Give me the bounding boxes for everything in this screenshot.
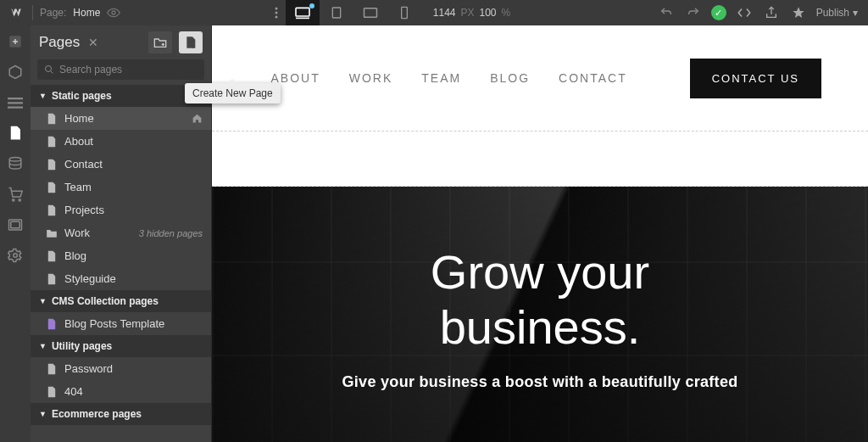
page-item-blog-posts-template[interactable]: Blog Posts Template [31,312,211,335]
cms-page-icon [46,318,58,330]
page-icon [46,250,58,262]
svg-point-12 [9,158,21,162]
page-label: Blog Posts Template [64,317,203,330]
code-icon[interactable] [735,3,754,22]
export-icon[interactable] [762,3,781,22]
svg-rect-11 [8,107,23,109]
status-ok-icon[interactable]: ✓ [711,5,726,20]
hero-section[interactable]: Grow your business. Give your business a… [212,187,868,442]
page-icon [46,273,58,285]
page-item-work-folder[interactable]: Work 3 hidden pages [31,221,211,244]
hero-heading-line1: Grow your [431,245,649,299]
nav-link-work[interactable]: WORK [349,71,393,85]
group-utility-pages[interactable]: ▼Utility pages [31,335,211,357]
hero-subtext[interactable]: Give your business a boost with a beauti… [342,373,738,391]
page-item-projects[interactable]: Projects [31,199,211,221]
undo-icon[interactable] [657,3,676,22]
device-mobile-button[interactable] [387,0,421,25]
hero-heading[interactable]: Grow your business. [431,245,649,355]
section-spacer[interactable] [212,131,868,187]
nav-link-contact[interactable]: CONTACT [559,71,627,85]
page-item-contact[interactable]: Contact [31,153,211,176]
top-bar: Page: Home 1144 PX 100 % ✓ [0,0,868,25]
page-icon [46,136,58,148]
pages-panel-icon[interactable] [6,124,25,143]
hidden-pages-meta: 3 hidden pages [139,228,203,238]
audit-icon[interactable] [789,3,808,22]
svg-rect-10 [8,102,23,104]
new-page-tooltip: Create New Page [185,83,281,104]
more-menu-icon[interactable] [267,3,286,22]
nav-link-blog[interactable]: BLOG [490,71,530,85]
close-panel-icon[interactable]: ✕ [88,36,98,49]
site-navbar: ABOUT WORK TEAM BLOG CONTACT CONTACT US [212,25,868,131]
group-label: CMS Collection pages [52,295,159,307]
svg-point-3 [275,16,277,19]
svg-rect-16 [11,221,20,228]
publish-button[interactable]: Publish▾ [816,7,858,19]
page-icon [46,159,58,171]
canvas-size-readout: 1144 PX 100 % [433,7,510,19]
svg-point-2 [275,12,277,14]
page-item-password[interactable]: Password [31,357,211,380]
assets-icon[interactable] [6,215,25,234]
svg-rect-5 [332,8,340,18]
page-icon [46,386,58,398]
search-pages-input[interactable]: Search pages [37,59,204,80]
page-item-styleguide[interactable]: Styleguide [31,267,211,290]
group-cms-pages[interactable]: ▼CMS Collection pages [31,290,211,312]
page-label: 404 [64,385,203,398]
redo-icon[interactable] [684,3,703,22]
device-tablet-landscape-button[interactable] [353,0,387,25]
svg-rect-6 [364,8,376,18]
nav-link-team[interactable]: TEAM [421,71,461,85]
panel-title: Pages [39,34,80,51]
page-label: Contact [64,158,203,171]
preview-eye-icon[interactable] [107,6,120,20]
page-label: About [64,135,203,148]
svg-rect-7 [401,7,407,18]
group-label: Ecommerce pages [52,408,142,420]
device-desktop-button[interactable] [286,0,320,25]
new-folder-button[interactable] [148,31,172,53]
device-tablet-button[interactable] [320,0,353,25]
publish-label: Publish [816,7,849,19]
page-item-blog[interactable]: Blog [31,244,211,267]
ecommerce-icon[interactable] [6,185,25,204]
page-label: Password [64,362,203,375]
page-item-team[interactable]: Team [31,176,211,199]
current-page-name[interactable]: Home [73,7,100,19]
group-label: Static pages [52,90,112,102]
page-label: Blog [64,249,203,262]
page-icon [46,363,58,375]
navigator-icon[interactable] [6,93,25,112]
svg-rect-9 [8,98,23,99]
search-placeholder: Search pages [59,64,122,76]
page-icon [46,182,58,193]
group-ecommerce-pages[interactable]: ▼Ecommerce pages [31,403,211,425]
canvas-zoom-unit: % [502,7,511,19]
symbols-icon[interactable] [6,63,25,81]
page-item-home[interactable]: Home [31,107,211,130]
page-label: Styleguide [64,272,203,285]
page-label: Page: [40,7,66,19]
page-item-404[interactable]: 404 [31,380,211,403]
add-element-icon[interactable] [6,32,25,51]
svg-point-17 [14,254,18,258]
cms-icon[interactable] [6,154,25,173]
new-page-button[interactable] [179,31,203,53]
page-item-about[interactable]: About [31,130,211,153]
svg-point-14 [19,199,20,201]
canvas-width-unit: PX [461,7,475,19]
group-label: Utility pages [52,340,112,352]
page-label: Projects [64,204,203,216]
contact-us-button[interactable]: CONTACT US [690,59,821,98]
folder-icon [46,227,58,239]
svg-point-13 [13,199,14,201]
webflow-logo-icon[interactable] [10,5,25,20]
search-icon [44,64,54,75]
page-label: Work [64,227,132,239]
settings-gear-icon[interactable] [6,246,25,265]
design-canvas[interactable]: ABOUT WORK TEAM BLOG CONTACT CONTACT US … [212,25,868,442]
svg-point-0 [112,11,115,14]
